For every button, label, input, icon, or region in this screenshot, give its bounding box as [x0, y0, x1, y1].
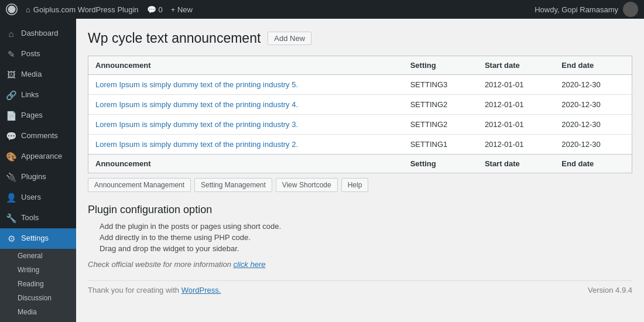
help-button[interactable]: Help — [341, 178, 369, 192]
submenu-item-permalinks[interactable]: Permalinks — [0, 319, 76, 322]
admin-bar-comments[interactable]: 💬 0 — [147, 5, 163, 14]
sidebar-item-dashboard[interactable]: ⌂ Dashboard — [0, 23, 76, 44]
submenu-item-discussion[interactable]: Discussion — [0, 291, 76, 305]
admin-bar-left: ⌂ Goiplus.com WordPress Plugin 💬 0 + New — [6, 4, 526, 15]
sidebar-item-label: Links — [21, 90, 39, 100]
sidebar-item-appearance[interactable]: 🎨 Appearance — [0, 146, 76, 167]
admin-bar: ⌂ Goiplus.com WordPress Plugin 💬 0 + New… — [0, 0, 644, 19]
table-header-row: Announcement Setting Start date End date — [88, 56, 632, 75]
col-header-start-date: Start date — [478, 56, 554, 75]
submenu-item-general[interactable]: General — [0, 249, 76, 263]
main-content: Wp cycle text announcement Add New Annou… — [76, 19, 644, 322]
table-body: Lorem Ipsum is simply dummy text of the … — [88, 75, 632, 155]
dashboard-icon: ⌂ — [6, 28, 16, 40]
sidebar-item-plugins[interactable]: 🔌 Plugins — [0, 167, 76, 187]
cell-announcement: Lorem Ipsum is simply dummy text of the … — [88, 115, 403, 135]
users-icon: 👤 — [6, 191, 16, 204]
col-header-setting: Setting — [403, 56, 478, 75]
add-new-button[interactable]: Add New — [268, 32, 311, 45]
comments-icon: 💬 — [6, 130, 16, 142]
table-row: Lorem Ipsum is simply dummy text of the … — [88, 135, 632, 155]
sidebar-item-settings[interactable]: ⚙ Settings — [0, 228, 76, 249]
media-icon: 🖼 — [6, 68, 16, 81]
cell-start-date: 2012-01-01 — [478, 95, 554, 115]
settings-submenu: General Writing Reading Discussion Media… — [0, 249, 76, 322]
cell-setting: SETTING1 — [403, 135, 478, 155]
admin-bar-site-name[interactable]: ⌂ Goiplus.com WordPress Plugin — [26, 5, 139, 14]
announcement-link[interactable]: Lorem Ipsum is simply dummy text of the … — [95, 120, 298, 129]
appearance-icon: 🎨 — [6, 150, 16, 163]
admin-bar-right: Howdy, Gopi Ramasamy — [535, 2, 638, 17]
col-footer-setting: Setting — [403, 155, 478, 173]
col-footer-announcement: Announcement — [88, 155, 403, 173]
announcement-link[interactable]: Lorem Ipsum is simply dummy text of the … — [95, 100, 298, 109]
sidebar-wrapper: ⌂ Dashboard ✎ Posts 🖼 Media 🔗 Links 📄 Pa… — [0, 19, 76, 322]
config-step-item: Add directly in to the theme using PHP c… — [100, 233, 632, 242]
main-footer: Thank you for creating with WordPress. V… — [88, 280, 632, 299]
table-row: Lorem Ipsum is simply dummy text of the … — [88, 75, 632, 95]
setting-management-button[interactable]: Setting Management — [194, 178, 272, 192]
user-avatar — [623, 2, 638, 17]
view-shortcode-button[interactable]: View Shortcode — [276, 178, 338, 192]
wordpress-link[interactable]: WordPress. — [181, 286, 221, 294]
col-header-announcement: Announcement — [88, 56, 403, 75]
sidebar-item-links[interactable]: 🔗 Links — [0, 85, 76, 105]
table-row: Lorem Ipsum is simply dummy text of the … — [88, 95, 632, 115]
cell-setting: SETTING3 — [403, 75, 478, 95]
sidebar-item-media[interactable]: 🖼 Media — [0, 64, 76, 85]
submenu-item-writing[interactable]: Writing — [0, 263, 76, 277]
sidebar-item-posts[interactable]: ✎ Posts — [0, 44, 76, 64]
settings-icon: ⚙ — [6, 232, 16, 245]
config-section: Plugin configuration option Add the plug… — [88, 204, 632, 269]
links-icon: 🔗 — [6, 89, 16, 101]
config-note-link[interactable]: click here — [234, 260, 266, 269]
page-title: Wp cycle text announcement — [88, 30, 261, 46]
submenu-item-media[interactable]: Media — [0, 305, 76, 319]
cell-announcement: Lorem Ipsum is simply dummy text of the … — [88, 75, 403, 95]
sidebar-item-tools[interactable]: 🔧 Tools — [0, 208, 76, 228]
sidebar: ⌂ Dashboard ✎ Posts 🖼 Media 🔗 Links 📄 Pa… — [0, 19, 76, 322]
posts-icon: ✎ — [6, 48, 16, 60]
cell-setting: SETTING2 — [403, 95, 478, 115]
announcements-table: Announcement Setting Start date End date… — [88, 56, 632, 173]
footer-text: Thank you for creating with WordPress. — [88, 286, 221, 294]
announcement-management-button[interactable]: Announcement Management — [88, 178, 191, 192]
page-title-row: Wp cycle text announcement Add New — [88, 30, 632, 46]
col-header-end-date: End date — [554, 56, 632, 75]
sidebar-item-label: Posts — [21, 49, 40, 59]
sidebar-item-label: Settings — [21, 233, 49, 244]
cell-start-date: 2012-01-01 — [478, 135, 554, 155]
action-buttons-row: Announcement Management Setting Manageme… — [88, 178, 632, 192]
submenu-item-reading[interactable]: Reading — [0, 277, 76, 291]
admin-bar-new[interactable]: + New — [171, 5, 193, 14]
sidebar-item-label: Dashboard — [21, 28, 59, 39]
home-icon: ⌂ — [26, 5, 30, 14]
cell-setting: SETTING2 — [403, 115, 478, 135]
announcement-link[interactable]: Lorem Ipsum is simply dummy text of the … — [95, 140, 298, 149]
sidebar-item-users[interactable]: 👤 Users — [0, 187, 76, 208]
howdy-text: Howdy, Gopi Ramasamy — [535, 5, 618, 14]
sidebar-item-pages[interactable]: 📄 Pages — [0, 105, 76, 126]
sidebar-item-label: Media — [21, 69, 42, 80]
sidebar-item-label: Plugins — [21, 172, 46, 182]
announcement-link[interactable]: Lorem Ipsum is simply dummy text of the … — [95, 80, 298, 89]
cell-start-date: 2012-01-01 — [478, 75, 554, 95]
sidebar-item-label: Comments — [21, 131, 58, 141]
config-note: Check official website for more informat… — [88, 260, 632, 269]
sidebar-item-label: Appearance — [21, 151, 62, 162]
config-title: Plugin configuration option — [88, 204, 632, 216]
config-note-prefix: Check official website for more informat… — [88, 260, 231, 269]
tools-icon: 🔧 — [6, 212, 16, 224]
version-text: Version 4.9.4 — [588, 286, 632, 294]
sidebar-item-label: Users — [21, 192, 41, 203]
config-step-item: Drag and drop the widget to your sidebar… — [100, 244, 632, 253]
cell-end-date: 2020-12-30 — [554, 115, 632, 135]
col-footer-end-date: End date — [554, 155, 632, 173]
cell-end-date: 2020-12-30 — [554, 75, 632, 95]
cell-end-date: 2020-12-30 — [554, 95, 632, 115]
pages-icon: 📄 — [6, 109, 16, 122]
plugins-icon: 🔌 — [6, 171, 16, 183]
sidebar-item-comments[interactable]: 💬 Comments — [0, 126, 76, 146]
sidebar-item-label: Pages — [21, 110, 43, 121]
config-steps-list: Add the plugin in the posts or pages usi… — [100, 222, 632, 253]
